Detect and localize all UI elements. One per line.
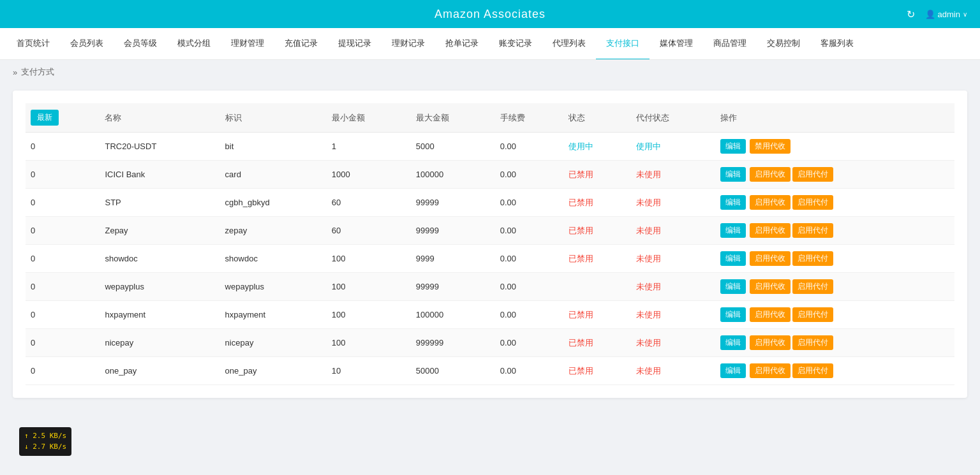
cell-fee: 0.00: [495, 301, 563, 329]
cell-status: 已禁用: [563, 161, 632, 189]
cell-min: 100: [327, 245, 411, 273]
table-row: 0nicepaynicepay1009999990.00已禁用未使用编辑启用代收…: [26, 329, 954, 357]
cell-name: wepayplus: [100, 273, 219, 301]
col-actions: 操作: [715, 103, 954, 133]
cell-fee: 0.00: [495, 329, 563, 357]
cell-status: 已禁用: [563, 301, 632, 329]
cell-fee: 0.00: [495, 357, 563, 385]
cell-max: 9999: [411, 245, 495, 273]
nav-item-finance-record[interactable]: 理财记录: [382, 28, 435, 60]
nav-item-payment[interactable]: 支付接口: [596, 28, 650, 60]
nav-item-recharge[interactable]: 充值记录: [274, 28, 328, 60]
table-card: 最新 名称 标识 最小金额 最大金额 手续费 状态 代付状态 操作 0TRC20…: [13, 91, 967, 398]
cell-min: 1000: [327, 161, 411, 189]
user-menu[interactable]: 👤 admin: [925, 10, 967, 19]
edit-button[interactable]: 编辑: [720, 167, 746, 182]
breadcrumb-label: 支付方式: [21, 66, 54, 78]
edit-button[interactable]: 编辑: [720, 195, 746, 210]
cell-fee: 0.00: [495, 273, 563, 301]
edit-button[interactable]: 编辑: [720, 279, 746, 294]
cell-name: one_pay: [100, 357, 219, 385]
lath-button[interactable]: 启用代收: [750, 307, 791, 322]
nav-item-order[interactable]: 抢单记录: [435, 28, 489, 60]
lath-button[interactable]: 启用代收: [750, 251, 791, 266]
nav-item-trade[interactable]: 交易控制: [757, 28, 810, 60]
lath-button[interactable]: 启用代收: [750, 363, 791, 378]
cell-pay-status: 未使用: [631, 189, 715, 217]
rath-button[interactable]: 启用代付: [792, 167, 833, 182]
actions-group: 编辑启用代收启用代付: [720, 363, 949, 378]
lath-button[interactable]: 禁用代收: [750, 139, 791, 154]
cell-code: nicepay: [220, 329, 327, 357]
cell-actions: 编辑启用代收启用代付: [715, 189, 954, 217]
cell-pay-status: 使用中: [631, 133, 715, 161]
cell-code: card: [220, 161, 327, 189]
cell-max: 50000: [411, 357, 495, 385]
actions-group: 编辑启用代收启用代付: [720, 195, 949, 210]
cell-status: 使用中: [563, 133, 632, 161]
col-status: 状态: [563, 103, 632, 133]
cell-code: showdoc: [220, 245, 327, 273]
rath-button[interactable]: 启用代付: [792, 195, 833, 210]
cell-pay-status: 未使用: [631, 273, 715, 301]
table-row: 0hxpaymenthxpayment1001000000.00已禁用未使用编辑…: [26, 301, 954, 329]
nav-item-home[interactable]: 首页统计: [6, 28, 60, 60]
edit-button[interactable]: 编辑: [720, 223, 746, 238]
edit-button[interactable]: 编辑: [720, 139, 746, 154]
cell-name: nicepay: [100, 329, 219, 357]
nav-item-account[interactable]: 账变记录: [489, 28, 542, 60]
lath-button[interactable]: 启用代收: [750, 223, 791, 238]
col-code: 标识: [220, 103, 327, 133]
app-title: Amazon Associates: [434, 8, 546, 21]
col-min: 最小金额: [327, 103, 411, 133]
lath-button[interactable]: 启用代收: [750, 167, 791, 182]
col-max: 最大金额: [411, 103, 495, 133]
cell-fee: 0.00: [495, 217, 563, 245]
nav-item-goods[interactable]: 商品管理: [703, 28, 757, 60]
cell-actions: 编辑启用代收启用代付: [715, 357, 954, 385]
edit-button[interactable]: 编辑: [720, 363, 746, 378]
edit-button[interactable]: 编辑: [720, 335, 746, 350]
cell-min: 60: [327, 217, 411, 245]
col-pay-status: 代付状态: [631, 103, 715, 133]
cell-min: 1: [327, 133, 411, 161]
nav-item-withdraw[interactable]: 提现记录: [328, 28, 382, 60]
rath-button[interactable]: 启用代付: [792, 223, 833, 238]
rath-button[interactable]: 启用代付: [792, 307, 833, 322]
new-button[interactable]: 最新: [31, 110, 59, 126]
cell-name: STP: [100, 189, 219, 217]
rath-button[interactable]: 启用代付: [792, 251, 833, 266]
nav-item-agent[interactable]: 代理列表: [542, 28, 596, 60]
lath-button[interactable]: 启用代收: [750, 279, 791, 294]
nav-item-service[interactable]: 客服列表: [810, 28, 864, 60]
cell-order: 0: [26, 245, 100, 273]
rath-button[interactable]: 启用代付: [792, 279, 833, 294]
refresh-icon[interactable]: ↻: [907, 8, 915, 20]
nav-item-members[interactable]: 会员列表: [60, 28, 114, 60]
user-icon: 👤: [925, 10, 935, 19]
lath-button[interactable]: 启用代收: [750, 335, 791, 350]
username-label: admin: [938, 10, 960, 19]
nav-item-member-level[interactable]: 会员等级: [114, 28, 167, 60]
cell-order: 0: [26, 301, 100, 329]
nav-item-media[interactable]: 媒体管理: [650, 28, 703, 60]
table-row: 0STPcgbh_gbkyd60999990.00已禁用未使用编辑启用代收启用代…: [26, 189, 954, 217]
cell-code: bit: [220, 133, 327, 161]
rath-button[interactable]: 启用代付: [792, 335, 833, 350]
lath-button[interactable]: 启用代收: [750, 195, 791, 210]
cell-name: hxpayment: [100, 301, 219, 329]
edit-button[interactable]: 编辑: [720, 251, 746, 266]
cell-status: 已禁用: [563, 329, 632, 357]
cell-status: 已禁用: [563, 189, 632, 217]
cell-min: 100: [327, 329, 411, 357]
col-fee: 手续费: [495, 103, 563, 133]
col-name: 名称: [100, 103, 219, 133]
cell-order: 0: [26, 329, 100, 357]
cell-pay-status: 未使用: [631, 301, 715, 329]
edit-button[interactable]: 编辑: [720, 307, 746, 322]
cell-pay-status: 未使用: [631, 161, 715, 189]
nav-item-mode-group[interactable]: 模式分组: [167, 28, 221, 60]
cell-actions: 编辑禁用代收: [715, 133, 954, 161]
nav-item-finance[interactable]: 理财管理: [221, 28, 274, 60]
rath-button[interactable]: 启用代付: [792, 363, 833, 378]
